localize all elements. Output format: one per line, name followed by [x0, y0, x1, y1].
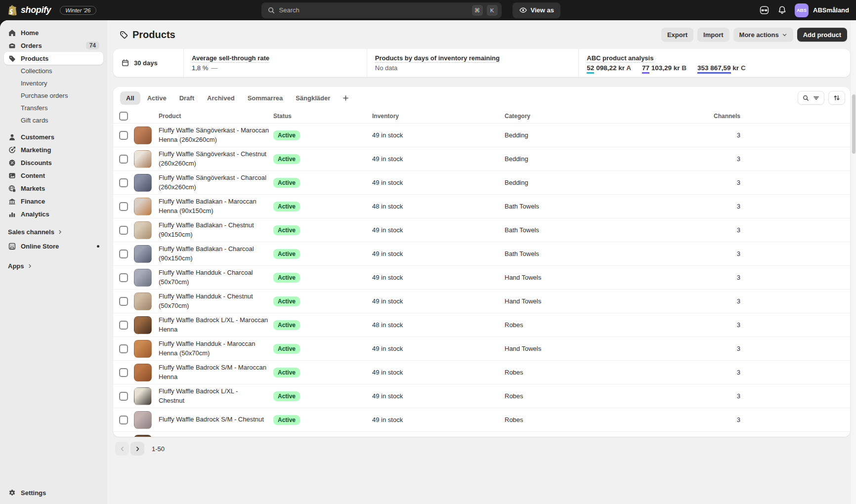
sidekick-button[interactable] — [759, 5, 770, 15]
channels-cell: 3 — [710, 321, 850, 329]
add-view-button[interactable] — [337, 91, 354, 105]
sidebar-item-collections[interactable]: Collections — [4, 65, 103, 77]
row-checkbox[interactable] — [119, 131, 128, 140]
sidebar-section-apps[interactable]: Apps — [4, 262, 103, 270]
previous-page-button[interactable] — [115, 442, 129, 456]
sidebar-item-online-store[interactable]: Online Store — [4, 240, 103, 252]
sidebar-item-inventory[interactable]: Inventory — [4, 77, 103, 89]
row-checkbox[interactable] — [119, 250, 128, 258]
notifications-button[interactable] — [777, 5, 787, 15]
view-as-button[interactable]: View as — [513, 2, 560, 18]
product-thumbnail[interactable] — [134, 150, 152, 168]
chevron-down-icon — [782, 32, 787, 38]
sidebar-item-analytics[interactable]: Analytics — [4, 208, 103, 220]
sidebar-item-home[interactable]: Home — [4, 26, 103, 39]
sort-button[interactable] — [828, 91, 845, 105]
row-checkbox[interactable] — [119, 392, 128, 401]
orders-count-badge: 74 — [86, 42, 99, 49]
sidebar-item-label: Inventory — [21, 80, 99, 87]
tab-all[interactable]: All — [120, 91, 140, 105]
row-checkbox[interactable] — [119, 344, 128, 353]
table-row: Fluffy Waffle Sängöverkast - Charcoal (2… — [113, 171, 850, 195]
date-range-button[interactable]: 30 days — [113, 49, 183, 77]
sidebar-item-markets[interactable]: $Markets — [4, 182, 103, 195]
product-thumbnail[interactable] — [134, 198, 152, 215]
export-button[interactable]: Export — [661, 28, 693, 42]
category-cell: Bedding — [505, 179, 710, 186]
scrollbar-thumb[interactable] — [852, 94, 856, 154]
sidebar-item-orders[interactable]: Orders74 — [4, 39, 103, 52]
product-name-link[interactable]: Fluffy Waffle Badrock S/M - Chestnut — [159, 416, 273, 423]
tab-active[interactable]: Active — [141, 91, 172, 105]
add-product-button[interactable]: Add product — [797, 28, 847, 42]
product-name-link[interactable]: Fluffy Waffle Badrock L/XL - Chestnut — [159, 387, 238, 404]
product-thumbnail[interactable] — [134, 174, 152, 192]
sidebar-item-gift-cards[interactable]: Gift cards — [4, 114, 103, 126]
product-thumbnail[interactable] — [134, 245, 152, 263]
product-name-link[interactable]: Fluffy Waffle Sängöverkast - Charcoal (2… — [159, 174, 266, 191]
row-checkbox[interactable] — [119, 155, 128, 164]
tab-archived[interactable]: Archived — [201, 91, 241, 105]
search-filter-button[interactable] — [798, 91, 824, 105]
product-thumbnail[interactable] — [134, 269, 152, 287]
row-checkbox[interactable] — [119, 178, 128, 187]
sidebar-section-sales-channels[interactable]: Sales channels — [4, 228, 103, 236]
product-name-link[interactable]: Fluffy Waffle Badrock S/M - Maroccan Hen… — [159, 364, 266, 380]
product-name-link[interactable]: Fluffy Waffle Sängöverkast - Chestnut (2… — [159, 150, 266, 167]
sidebar-item-customers[interactable]: Customers — [4, 130, 103, 143]
sidebar-item-settings[interactable]: Settings — [4, 486, 103, 499]
table-row: Fluffy Waffle Badlakan - Chestnut (90x15… — [113, 218, 850, 242]
sidebar-item-purchase-orders[interactable]: Purchase orders — [4, 89, 103, 102]
search-input[interactable]: Search ⌘ K — [261, 2, 502, 18]
row-checkbox[interactable] — [119, 368, 128, 377]
product-thumbnail[interactable] — [134, 364, 152, 381]
product-thumbnail[interactable] — [134, 316, 152, 334]
next-page-button[interactable] — [130, 442, 144, 456]
row-checkbox[interactable] — [119, 297, 128, 306]
sidebar-item-content[interactable]: Content — [4, 169, 103, 182]
product-name-link[interactable]: Fluffy Waffle Handduk - Chestnut (50x70c… — [159, 293, 253, 309]
import-button[interactable]: Import — [697, 28, 729, 42]
row-checkbox[interactable] — [119, 226, 128, 235]
orders-icon — [8, 42, 16, 50]
row-checkbox[interactable] — [119, 321, 128, 330]
channels-cell: 3 — [710, 274, 850, 281]
sidebar-item-transfers[interactable]: Transfers — [4, 102, 103, 114]
tab-draft[interactable]: Draft — [173, 91, 200, 105]
row-checkbox[interactable] — [119, 273, 128, 282]
product-name-link[interactable]: Fluffy Waffle Badlakan - Charcoal (90x15… — [159, 245, 254, 262]
sidebar-item-discounts[interactable]: Discounts — [4, 156, 103, 169]
product-thumbnail[interactable] — [134, 221, 152, 239]
product-name-link[interactable]: Fluffy Waffle Handduk - Charcoal (50x70c… — [159, 269, 253, 286]
product-name-link[interactable]: Fluffy Waffle Badlakan - Chestnut (90x15… — [159, 221, 254, 238]
sidebar-item-finance[interactable]: Finance — [4, 195, 103, 208]
sidebar-item-marketing[interactable]: Marketing — [4, 143, 103, 156]
shopify-logo[interactable]: shopify — [7, 4, 51, 16]
table-row: Fluffy Waffle Badrock S/M - ChestnutActi… — [113, 408, 850, 432]
stats-card: 30 days Average sell-through rate 1,8 %—… — [113, 49, 850, 77]
tab-sängkläder[interactable]: Sängkläder — [290, 91, 336, 105]
product-name-link[interactable]: Fluffy Waffle Badrock L/XL - Maroccan He… — [159, 316, 268, 333]
product-name-link[interactable]: Fluffy Waffle Handduk - Maroccan Henna (… — [159, 340, 256, 357]
select-all-checkbox[interactable] — [119, 112, 128, 121]
table-row: Fluffy Waffle Badlakan - Maroccan Henna … — [113, 195, 850, 218]
sidebar-item-products[interactable]: Products — [4, 52, 103, 65]
product-thumbnail[interactable] — [134, 293, 152, 310]
row-checkbox[interactable] — [119, 202, 128, 211]
product-thumbnail[interactable] — [134, 126, 152, 144]
product-thumbnail[interactable] — [134, 340, 152, 358]
account-menu[interactable]: ABS ABSmåland — [795, 3, 849, 17]
command-key: ⌘ — [472, 5, 483, 16]
product-name-link[interactable]: Fluffy Waffle Badlakan - Maroccan Henna … — [159, 198, 257, 214]
category-cell: Bedding — [505, 155, 710, 163]
chevron-right-icon — [27, 263, 33, 269]
product-thumbnail[interactable] — [134, 387, 152, 405]
table-row: Fluffy Waffle Badlakan - Charcoal (90x15… — [113, 242, 850, 266]
product-name-link[interactable]: Fluffy Waffle Sängöverkast - Maroccan He… — [159, 126, 269, 143]
tab-sommarrea[interactable]: Sommarrea — [242, 91, 289, 105]
row-checkbox[interactable] — [119, 416, 128, 424]
product-thumbnail[interactable] — [134, 411, 152, 429]
more-actions-button[interactable]: More actions — [733, 28, 793, 42]
status-badge: Active — [273, 273, 300, 283]
category-cell: Bath Towels — [505, 250, 710, 257]
